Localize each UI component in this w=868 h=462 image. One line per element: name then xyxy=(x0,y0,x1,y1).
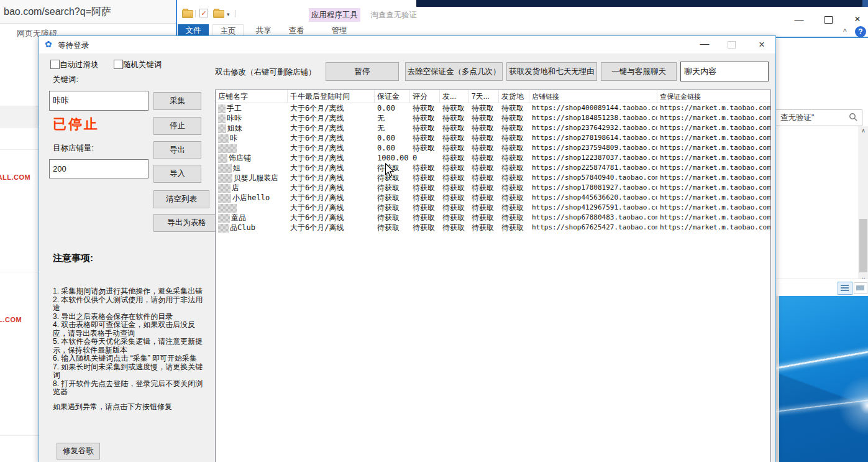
thumbnail-view-toggle[interactable] xyxy=(854,282,867,294)
auto-slider-checkbox[interactable] xyxy=(50,60,60,69)
status-text: 已停止 xyxy=(53,115,99,134)
folder-icon[interactable] xyxy=(182,10,193,18)
col-ship-location[interactable]: 发货地 xyxy=(499,90,529,103)
note-item: 6. 输入随机关键词点击 “采集” 即可开始采集 xyxy=(53,354,207,363)
shop-name: 品Club xyxy=(230,223,255,232)
remove-empty-deposit-button[interactable]: 去除空保证金（多点几次） xyxy=(405,62,503,81)
col-shipping[interactable]: 发... xyxy=(440,90,469,103)
random-keyword-checkbox[interactable] xyxy=(114,60,123,69)
shop-name-cell: 手工 xyxy=(216,103,288,113)
stop-button[interactable]: 停止 xyxy=(153,117,201,135)
help-icon[interactable]: ? xyxy=(855,26,866,37)
dropdown-caret-icon[interactable]: ▾ xyxy=(227,11,230,17)
col-shop-name[interactable]: 店铺名字 xyxy=(216,90,288,103)
target-count-input[interactable] xyxy=(49,159,148,178)
deposit-link-cell: https://market.m.taobao.com/s xyxy=(657,223,771,233)
explorer-minimize-button[interactable]: — xyxy=(792,14,806,25)
scrollbar[interactable]: ∧ ∨ xyxy=(858,126,868,284)
shop-name-cell: 童品 xyxy=(216,213,288,223)
shop-link-cell: https://shop57840940.taobao.com/ xyxy=(529,173,657,183)
deposit-link-cell: https://market.m.taobao.com/s xyxy=(657,143,771,153)
chat-content-input[interactable] xyxy=(680,62,769,81)
rating-cell: 待获取 xyxy=(410,213,440,223)
contextual-tab-app-tools[interactable]: 应用程序工具 xyxy=(309,8,360,22)
note-item: 3. 导出之后表格会保存在软件的目录 xyxy=(53,313,207,321)
col-deposit[interactable]: 保证金 xyxy=(375,90,410,103)
table-row[interactable]: 姐妹 大于6个月/离线 无 待获取 待获取 待获取 待获取 https://sh… xyxy=(216,123,770,133)
explorer-close-button[interactable]: × xyxy=(851,14,864,25)
light-beam xyxy=(775,341,868,371)
deposit-cell: 0.00 xyxy=(375,103,410,113)
folder-icon[interactable] xyxy=(213,10,224,18)
ribbon-collapse-caret[interactable]: ^ xyxy=(843,27,847,36)
checkbox-icon[interactable]: ✓ xyxy=(199,9,208,17)
table-row[interactable]: 饰店铺 大于6个月/离线 1000.00 0 待获取 待获取 待获取 https… xyxy=(216,153,770,163)
list-view-toggle[interactable] xyxy=(838,282,852,295)
clear-list-button[interactable]: 清空列表 xyxy=(153,190,209,208)
table-header[interactable]: 店铺名字 千牛最后登陆时间 保证金 评分 发... 7天... 发货地 店铺链接… xyxy=(216,90,770,103)
dialog-close-button[interactable]: × xyxy=(752,38,771,52)
col-7day[interactable]: 7天... xyxy=(469,90,499,103)
explorer-maximize-button[interactable] xyxy=(825,16,833,24)
table-row[interactable]: 小店hello 大于6个月/离线 待获取 待获取 待获取 待获取 待获取 htt… xyxy=(216,193,770,203)
keyword-label: 关键词: xyxy=(53,75,78,85)
deposit-link-cell: https://market.m.taobao.com/s xyxy=(657,213,771,223)
shipping-cell: 待获取 xyxy=(440,103,469,113)
repair-chrome-button[interactable]: 修复谷歌 xyxy=(57,443,100,460)
table-row[interactable]: 姐 大于6个月/离线 待获取 待获取 待获取 待获取 待获取 https://s… xyxy=(216,163,770,173)
table-row[interactable]: 手工 大于6个月/离线 0.00 待获取 待获取 待获取 待获取 https:/… xyxy=(216,103,770,113)
shop-link-cell: https://shop237642932.taobao.com/ xyxy=(529,123,657,133)
col-deposit-link[interactable]: 查保证金链接 xyxy=(657,90,771,103)
shipping-cell: 待获取 xyxy=(440,213,469,223)
scrollbar-thumb[interactable] xyxy=(859,219,867,272)
shipping-cell: 待获取 xyxy=(440,133,469,143)
search-icon[interactable] xyxy=(849,113,858,122)
7day-cell: 待获取 xyxy=(469,133,499,143)
col-last-login[interactable]: 千牛最后登陆时间 xyxy=(288,90,375,103)
shop-link-cell: https://shop67625427.taobao.com/ xyxy=(529,223,657,233)
table-row[interactable]: 童品 大于6个月/离线 待获取 待获取 待获取 待获取 待获取 https://… xyxy=(216,213,770,223)
last-login-cell: 大于6个月/离线 xyxy=(288,123,375,133)
table-row[interactable]: 咔 大于6个月/离线 0.00 待获取 待获取 待获取 待获取 https://… xyxy=(216,133,770,143)
location-cell: 待获取 xyxy=(499,173,529,183)
deposit-link-cell: https://market.m.taobao.com/s xyxy=(657,103,771,113)
note-item: 4. 双击表格即可查保证金，如果双击后没反应，请导出表格手动查询 xyxy=(53,321,207,338)
table-row[interactable]: 大于6个月/离线 待获取 待获取 待获取 待获取 待获取 https://sho… xyxy=(216,203,770,213)
table-row[interactable]: 贝婴儿服装店 大于6个月/离线 待获取 待获取 待获取 待获取 待获取 http… xyxy=(216,173,770,183)
7day-cell: 待获取 xyxy=(469,113,499,123)
dialog-maximize-button[interactable] xyxy=(728,41,736,49)
collect-button[interactable]: 采集 xyxy=(153,92,201,110)
col-rating[interactable]: 评分 xyxy=(410,90,440,103)
export-button[interactable]: 导出 xyxy=(153,141,201,159)
shipping-cell: 待获取 xyxy=(440,193,469,203)
shop-name: 姐 xyxy=(233,164,240,172)
browser-address-bar[interactable]: bao.com/search?q=阿萨 xyxy=(0,0,176,24)
shop-name: 咔咔 xyxy=(227,114,242,122)
table-row[interactable]: 大于6个月/离线 0.00 待获取 待获取 待获取 待获取 https://sh… xyxy=(216,143,770,153)
table-row[interactable]: 咔咔 大于6个月/离线 无 待获取 待获取 待获取 待获取 https://sh… xyxy=(216,113,770,123)
deposit-link-cell: https://market.m.taobao.com/s xyxy=(657,203,771,213)
last-login-cell: 大于6个月/离线 xyxy=(288,193,375,203)
table-row[interactable]: 品Club 大于6个月/离线 待获取 待获取 待获取 待获取 待获取 https… xyxy=(216,223,770,233)
deposit-cell: 待获取 xyxy=(375,193,410,203)
keyword-input[interactable] xyxy=(49,91,148,111)
table-row[interactable]: 店 大于6个月/离线 待获取 待获取 待获取 待获取 待获取 https://s… xyxy=(216,183,770,193)
dialog-minimize-button[interactable]: — xyxy=(695,37,714,51)
rating-cell: 待获取 xyxy=(410,123,440,133)
get-shipping-info-button[interactable]: 获取发货地和七天无理由 xyxy=(506,62,597,81)
shop-name-cell: 姐 xyxy=(216,163,288,173)
import-button[interactable]: 导入 xyxy=(153,165,201,183)
pause-button[interactable]: 暂停 xyxy=(326,62,399,81)
shop-name-cell: 咔 xyxy=(216,133,288,143)
chat-with-service-button[interactable]: 一键与客服聊天 xyxy=(601,62,677,81)
location-cell: 待获取 xyxy=(499,113,529,123)
export-table-button[interactable]: 导出为表格 xyxy=(153,214,220,232)
col-shop-link[interactable]: 店铺链接 xyxy=(529,90,657,103)
shop-link-cell: https://shop445636620.taobao.com/ xyxy=(529,193,657,203)
shop-link-cell: https://shop178081927.taobao.com/ xyxy=(529,183,657,193)
shop-table[interactable]: 店铺名字 千牛最后登陆时间 保证金 评分 发... 7天... 发货地 店铺链接… xyxy=(215,90,771,462)
scroll-up-icon[interactable]: ∧ xyxy=(858,126,868,135)
mouse-cursor xyxy=(385,163,396,179)
deposit-link-cell: https://market.m.taobao.com/s xyxy=(657,183,771,193)
dialog-title-bar[interactable]: ✿ 等待登录 — × xyxy=(39,36,775,53)
